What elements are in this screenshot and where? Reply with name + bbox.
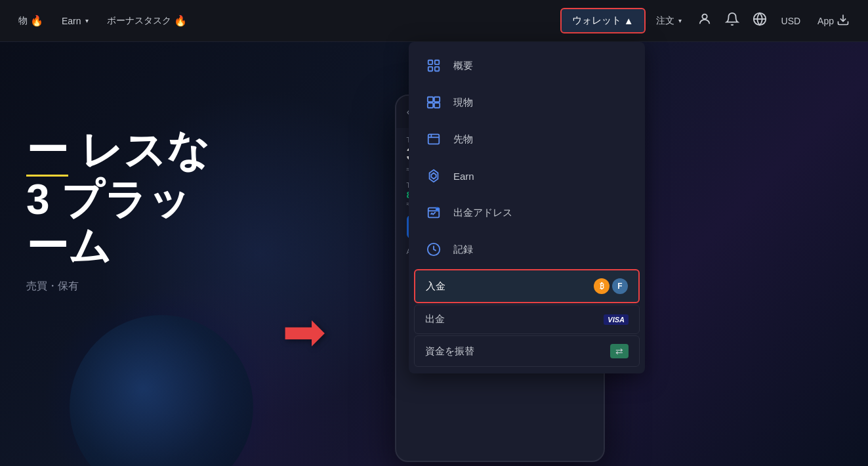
hero-line-3: ーム: [26, 223, 210, 269]
wallet-caret: ▲: [624, 15, 634, 26]
dropdown-item-withdrawal-address[interactable]: → 出金アドレス: [409, 194, 645, 231]
profile-button[interactable]: [692, 7, 717, 35]
f-badge-icon: F: [612, 278, 628, 294]
navbar: 物 🔥 Earn ▾ ボーナスタスク 🔥 ウォレット ▲ 注文 ▾: [0, 0, 868, 42]
svg-point-0: [702, 14, 707, 19]
globe-icon: [753, 12, 767, 30]
futures-label: 先物: [453, 133, 629, 146]
earn-caret: ▾: [85, 17, 89, 24]
hero-line-1: ー レスな: [26, 127, 210, 177]
nav-earn-label: Earn: [62, 16, 81, 26]
records-label: 記録: [453, 244, 629, 256]
dropdown-item-deposit[interactable]: 入金 ₿ F: [414, 269, 640, 303]
wallet-label: ウォレット: [572, 14, 621, 27]
currency-selector[interactable]: USD: [775, 11, 808, 32]
fire-icon-spot: 🔥: [30, 14, 43, 27]
overview-icon: [424, 56, 443, 75]
svg-rect-18: [434, 103, 440, 108]
hero-prefix-1: ー: [26, 127, 68, 177]
svg-marker-23: [431, 173, 436, 179]
svg-rect-15: [428, 97, 433, 102]
nav-left: 物 🔥 Earn ▾ ボーナスタスク 🔥: [10, 9, 560, 32]
svg-rect-19: [428, 135, 440, 144]
futures-icon: [424, 130, 443, 148]
hero-text-2: プラッ: [61, 176, 191, 223]
currency-label: USD: [781, 16, 801, 26]
nav-bonus-label: ボーナスタスク: [107, 15, 171, 27]
hero-subtitle-text: 売買・保有: [26, 280, 79, 291]
order-label: 注文: [656, 15, 674, 27]
overview-label: 概要: [453, 60, 629, 72]
withdrawal-address-icon: →: [424, 203, 443, 222]
app-button[interactable]: App: [810, 8, 858, 33]
profile-icon: [697, 12, 712, 30]
dropdown-item-earn[interactable]: Earn: [409, 158, 645, 194]
hero-text-1: レスな: [80, 127, 210, 174]
wallet-button[interactable]: ウォレット ▲: [560, 8, 646, 33]
dropdown-item-transfer[interactable]: 資金を振替 ⇄: [414, 335, 640, 367]
svg-rect-14: [435, 67, 439, 71]
nav-item-order[interactable]: 注文 ▾: [648, 10, 690, 32]
earn-label: Earn: [453, 171, 629, 182]
hero-prefix-2: 3: [26, 176, 50, 223]
language-button[interactable]: [747, 7, 772, 35]
fire-icon-bonus: 🔥: [174, 14, 187, 27]
btc-icon: ₿: [594, 278, 610, 294]
transfer-label: 資金を振替: [425, 345, 600, 358]
spot-icon: [424, 93, 443, 112]
hero-text-block: ー レスな 3 プラッ ーム 売買・保有: [26, 127, 210, 293]
svg-rect-16: [434, 97, 440, 102]
order-caret: ▾: [678, 17, 682, 24]
app-download-icon: [837, 13, 850, 28]
transfer-icon: ⇄: [610, 344, 629, 358]
nav-item-spot[interactable]: 物 🔥: [10, 9, 51, 32]
svg-rect-17: [428, 103, 433, 108]
wallet-dropdown: 概要 現物 先物 Earn: [409, 42, 645, 373]
hero-line-2: 3 プラッ: [26, 177, 210, 222]
dropdown-item-withdraw[interactable]: 出金 VISA: [414, 305, 640, 334]
nav-item-bonus[interactable]: ボーナスタスク 🔥: [99, 9, 195, 32]
visa-icon: VISA: [604, 314, 629, 325]
svg-rect-12: [435, 60, 439, 64]
hero-text-3: ーム: [26, 222, 112, 270]
deposit-badge: ₿ F: [594, 278, 628, 294]
withdrawal-address-label: 出金アドレス: [453, 207, 629, 219]
dropdown-item-overview[interactable]: 概要: [409, 47, 645, 84]
nav-item-earn[interactable]: Earn ▾: [54, 11, 96, 32]
svg-text:→: →: [436, 207, 439, 211]
svg-rect-13: [428, 67, 432, 71]
transfer-badge: ⇄: [610, 344, 629, 358]
dropdown-item-futures[interactable]: 先物: [409, 121, 645, 158]
notification-button[interactable]: [720, 7, 745, 35]
dropdown-item-records[interactable]: 記録: [409, 231, 645, 268]
records-icon: [424, 240, 443, 259]
dropdown-item-spot[interactable]: 現物: [409, 84, 645, 121]
red-arrow: ➡: [282, 301, 326, 362]
earn-icon: [424, 167, 443, 185]
app-label: App: [817, 16, 834, 26]
withdraw-badge: VISA: [604, 314, 629, 325]
svg-rect-11: [428, 60, 432, 64]
bell-icon: [725, 12, 739, 30]
nav-spot-label: 物: [18, 15, 28, 27]
withdraw-label: 出金: [425, 313, 593, 326]
deposit-label: 入金: [426, 280, 583, 293]
nav-right: ウォレット ▲ 注文 ▾: [560, 7, 858, 35]
spot-label: 現物: [453, 96, 629, 109]
hero-subtitle: 売買・保有: [26, 280, 210, 293]
